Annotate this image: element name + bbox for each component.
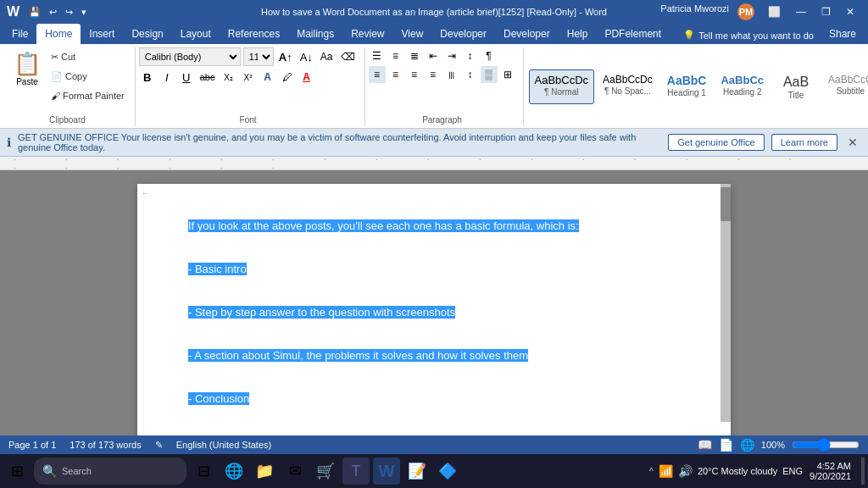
read-mode-btn[interactable]: 📖 xyxy=(698,438,712,452)
doc-para-blank-1 xyxy=(188,240,680,257)
print-layout-btn[interactable]: 📄 xyxy=(719,438,733,452)
ribbon-display-btn[interactable]: ⬜ xyxy=(761,3,787,20)
doc-para-blank-5 xyxy=(188,413,680,430)
increase-font-btn[interactable]: A↑ xyxy=(276,47,295,66)
paragraph-group: ☰ ≡ ≣ ⇤ ⇥ ↕ ¶ ≡ ≡ ≡ ≡ ⫼ ↕ ▒ ⊞ xyxy=(365,47,524,126)
decrease-font-btn[interactable]: A↓ xyxy=(298,47,315,66)
style-heading2[interactable]: AaBbCc Heading 2 xyxy=(715,69,770,103)
edge-btn[interactable]: 🌐 xyxy=(220,458,248,485)
search-btn[interactable]: 🔍 Search xyxy=(34,458,186,485)
close-btn[interactable]: ✕ xyxy=(839,3,861,20)
vertical-scrollbar[interactable] xyxy=(721,184,731,422)
time-display: 4:52 AM xyxy=(810,461,851,471)
share-btn[interactable]: Share xyxy=(821,24,865,44)
show-desktop-btn[interactable] xyxy=(861,458,865,485)
document[interactable]: If you look at the above posts, you'll s… xyxy=(137,184,731,435)
tab-file[interactable]: File xyxy=(3,24,36,44)
task-view-btn[interactable]: ⊟ xyxy=(190,458,217,485)
columns-btn[interactable]: ⫼ xyxy=(443,66,460,83)
system-tray: ^ 📶 🔊 20°C Mostly cloudy ENG xyxy=(649,464,803,478)
font-size-select[interactable]: 11 xyxy=(243,47,274,66)
learn-more-btn[interactable]: Learn more xyxy=(771,134,837,151)
web-layout-btn[interactable]: 🌐 xyxy=(740,438,754,452)
justify-btn[interactable]: ≡ xyxy=(425,66,442,83)
style-normal[interactable]: AaBbCcDc ¶ Normal xyxy=(529,69,595,103)
font-name-select[interactable]: Calibri (Body) xyxy=(139,47,241,66)
underline-btn[interactable]: U xyxy=(178,68,195,86)
multilevel-btn[interactable]: ≣ xyxy=(406,47,423,64)
tab-insert[interactable]: Insert xyxy=(81,24,123,44)
redo-btn[interactable]: ↪ xyxy=(63,5,75,19)
tab-developer2[interactable]: Developer xyxy=(495,24,559,44)
tab-layout[interactable]: Layout xyxy=(172,24,220,44)
document-area[interactable]: ← If you look at the above posts, you'll… xyxy=(0,170,868,435)
user-avatar: PM xyxy=(737,3,754,20)
customize-qa-btn[interactable]: ▾ xyxy=(79,5,89,19)
style-no-spacing[interactable]: AaBbCcDc ¶ No Spac... xyxy=(597,69,659,103)
minimize-btn[interactable]: — xyxy=(789,3,813,20)
style-title[interactable]: AaB Title xyxy=(772,69,820,103)
font-color-btn[interactable]: A xyxy=(298,68,315,86)
line-spacing-btn[interactable]: ↕ xyxy=(462,66,479,83)
zoom-slider[interactable] xyxy=(792,438,860,452)
tray-expand-btn[interactable]: ^ xyxy=(649,466,654,476)
page-count: Page 1 of 1 xyxy=(8,440,56,450)
strikethrough-btn[interactable]: abc xyxy=(198,68,218,86)
decrease-indent-btn[interactable]: ⇤ xyxy=(425,47,442,64)
file-explorer-btn[interactable]: 📁 xyxy=(251,458,278,485)
language: English (United States) xyxy=(176,440,272,450)
tab-references[interactable]: References xyxy=(220,24,288,44)
align-left-btn[interactable]: ≡ xyxy=(369,66,386,83)
italic-btn[interactable]: I xyxy=(159,68,175,86)
save-quickaccess-btn[interactable]: 💾 xyxy=(26,5,43,19)
bullets-btn[interactable]: ☰ xyxy=(369,47,386,64)
word-taskbar-btn[interactable]: W xyxy=(373,458,400,485)
superscript-btn[interactable]: X² xyxy=(240,68,257,86)
text-effects-btn[interactable]: A xyxy=(259,68,276,86)
tab-home[interactable]: Home xyxy=(36,24,81,44)
show-formatting-btn[interactable]: ¶ xyxy=(481,47,498,64)
numbering-btn[interactable]: ≡ xyxy=(387,47,404,64)
text-highlight-btn[interactable]: 🖊 xyxy=(279,68,296,86)
style-heading1[interactable]: AaBbC Heading 1 xyxy=(661,69,713,103)
ribbon-tab-bar: File Home Insert Design Layout Reference… xyxy=(0,24,868,44)
get-genuine-btn[interactable]: Get genuine Office xyxy=(668,134,765,151)
notepad-btn[interactable]: 📝 xyxy=(403,458,431,485)
change-case-btn[interactable]: Aa xyxy=(318,47,336,66)
font-group: Calibri (Body) 11 A↑ A↓ Aa ⌫ B I U abc X… xyxy=(136,47,365,126)
tab-developer[interactable]: Developer xyxy=(431,24,495,44)
align-right-btn[interactable]: ≡ xyxy=(406,66,423,83)
doc-text-4: - A section about Simul, the problems it… xyxy=(188,349,528,362)
shading-btn[interactable]: ▒ xyxy=(481,66,498,83)
tab-mailings[interactable]: Mailings xyxy=(288,24,342,44)
style-normal-label: ¶ Normal xyxy=(544,87,578,97)
info-close-btn[interactable]: ✕ xyxy=(844,136,861,149)
increase-indent-btn[interactable]: ⇥ xyxy=(443,47,460,64)
tab-help[interactable]: Help xyxy=(559,24,597,44)
tab-pdfelement[interactable]: PDFelement xyxy=(596,24,670,44)
tab-view[interactable]: View xyxy=(393,24,432,44)
network-icon: 📶 xyxy=(659,464,673,478)
clear-formatting-btn[interactable]: ⌫ xyxy=(338,47,358,66)
borders-btn[interactable]: ⊞ xyxy=(499,66,516,83)
tab-design[interactable]: Design xyxy=(123,24,171,44)
style-subtitle[interactable]: AaBbCcC Subtitle xyxy=(822,69,868,103)
format-painter-btn[interactable]: 🖌 Format Painter xyxy=(47,86,128,105)
teams-btn[interactable]: T xyxy=(342,458,370,485)
sort-btn[interactable]: ↕ xyxy=(462,47,479,64)
extra-icon-btn[interactable]: 🔷 xyxy=(434,458,461,485)
store-btn[interactable]: 🛒 xyxy=(312,458,339,485)
status-right: 📖 📄 🌐 100% xyxy=(698,438,860,452)
align-center-btn[interactable]: ≡ xyxy=(387,66,404,83)
copy-btn[interactable]: 📄 Copy xyxy=(47,67,128,86)
subscript-btn[interactable]: X₂ xyxy=(220,68,237,86)
cut-btn[interactable]: ✂ Cut xyxy=(47,47,128,66)
start-btn[interactable]: ⊞ xyxy=(3,458,31,485)
paste-btn[interactable]: 📋 Paste xyxy=(7,47,47,90)
scrollbar-thumb[interactable] xyxy=(721,187,731,221)
tab-review[interactable]: Review xyxy=(342,24,392,44)
maximize-btn[interactable]: ❐ xyxy=(815,3,837,20)
undo-btn[interactable]: ↩ xyxy=(47,5,59,19)
mail-btn[interactable]: ✉ xyxy=(281,458,309,485)
bold-btn[interactable]: B xyxy=(139,68,156,86)
